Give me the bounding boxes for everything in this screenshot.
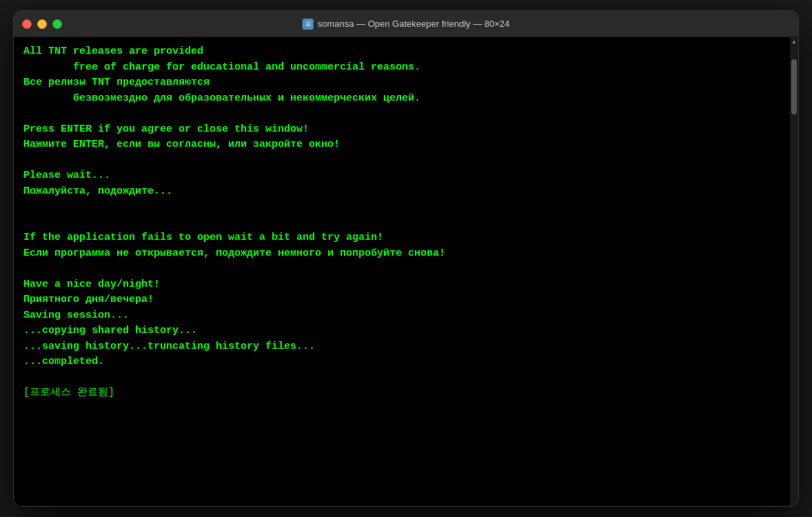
terminal-body: All TNT releases are provided free of ch… (14, 37, 798, 506)
terminal-line: Пожалуйста, подождите... (23, 184, 780, 200)
terminal-line: Saving session... (23, 308, 780, 324)
terminal-empty-line (23, 261, 780, 277)
maximize-button[interactable] (52, 19, 62, 29)
scroll-up-arrow[interactable]: ▲ (791, 39, 798, 45)
window-icon: 🖥 (303, 19, 314, 30)
terminal-line: Press ENTER if you agree or close this w… (23, 122, 780, 138)
terminal-empty-line (23, 215, 780, 231)
terminal-line: Нажмите ENTER, если вы согласны, или зак… (23, 137, 780, 153)
terminal-line: If the application fails to open wait a … (23, 230, 780, 246)
terminal-line: Приятного дня/вечера! (23, 292, 780, 308)
terminal-line: Please wait... (23, 168, 780, 184)
titlebar: 🖥 somansa — Open Gatekeeper friendly — 8… (14, 11, 798, 37)
terminal-line: ...copying shared history... (23, 323, 780, 339)
terminal-line: free of charge for educational and uncom… (23, 60, 780, 76)
minimize-button[interactable] (37, 19, 47, 29)
close-button[interactable] (22, 19, 32, 29)
window-title: 🖥 somansa — Open Gatekeeper friendly — 8… (303, 19, 510, 30)
traffic-lights (22, 19, 62, 29)
terminal-line: Have a nice day/night! (23, 277, 780, 293)
terminal-empty-line (23, 199, 780, 215)
terminal-empty-line (23, 106, 780, 122)
terminal-line: ...completed. (23, 354, 780, 370)
terminal-line: [프로세스 완료됨] (23, 385, 780, 401)
terminal-content[interactable]: All TNT releases are provided free of ch… (14, 37, 790, 506)
terminal-empty-line (23, 370, 780, 386)
terminal-line: All TNT releases are provided (23, 44, 780, 60)
terminal-line: безвозмездно для образовательных и неком… (23, 91, 780, 107)
terminal-line: ...saving history...truncating history f… (23, 339, 780, 355)
terminal-empty-line (23, 153, 780, 169)
scrollbar[interactable]: ▲ (790, 37, 798, 506)
scrollbar-thumb[interactable] (791, 59, 797, 114)
terminal-window: 🖥 somansa — Open Gatekeeper friendly — 8… (13, 10, 799, 507)
terminal-line: Если программа не открывается, подождите… (23, 246, 780, 262)
terminal-line: Все релизы TNT предоставляются (23, 75, 780, 91)
